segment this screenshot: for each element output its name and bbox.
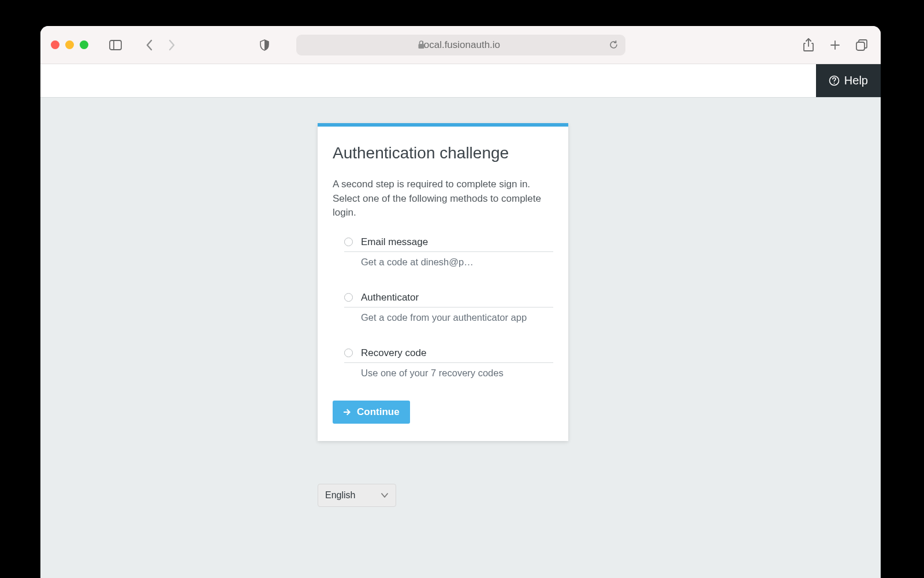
method-email: Email message Get a code at dinesh@p… [333,235,553,268]
method-recovery-sub: Use one of your 7 recovery codes [361,368,553,379]
svg-rect-0 [110,40,121,50]
help-icon [829,75,840,86]
method-recovery: Recovery code Use one of your 7 recovery… [333,346,553,379]
minimize-window-button[interactable] [65,40,74,49]
help-label: Help [844,74,868,87]
page-content: Authentication challenge A second step i… [40,98,881,578]
language-selected: English [325,490,355,501]
browser-toolbar: local.fusionauth.io [40,26,881,64]
sidebar-toggle-icon[interactable] [107,36,124,54]
radio-email[interactable] [344,238,353,246]
address-bar[interactable]: local.fusionauth.io [296,35,625,55]
method-authenticator: Authenticator Get a code from your authe… [333,291,553,323]
svg-rect-2 [419,44,424,49]
arrow-right-icon [343,408,351,416]
method-authenticator-label[interactable]: Authenticator [361,291,553,305]
app-header: Help [40,64,881,98]
card-description: A second step is required to complete si… [333,177,553,220]
lock-icon [418,40,425,49]
continue-label: Continue [357,406,400,418]
radio-recovery[interactable] [344,349,353,357]
svg-rect-6 [856,42,865,50]
browser-window: local.fusionauth.io [40,26,881,578]
language-select[interactable]: English [318,484,396,507]
window-controls [51,40,88,49]
auth-challenge-card: Authentication challenge A second step i… [318,123,568,441]
chevron-down-icon [381,492,389,498]
shield-icon[interactable] [256,36,273,54]
new-tab-icon[interactable] [826,36,844,54]
back-button[interactable] [140,36,158,54]
method-recovery-label[interactable]: Recovery code [361,346,553,360]
close-window-button[interactable] [51,40,59,49]
reload-icon[interactable] [609,40,619,50]
radio-authenticator[interactable] [344,293,353,302]
method-email-label[interactable]: Email message [361,235,553,249]
method-email-sub: Get a code at dinesh@p… [361,257,553,268]
tabs-overview-icon[interactable] [853,36,870,54]
share-icon[interactable] [800,36,817,54]
method-authenticator-sub: Get a code from your authenticator app [361,312,553,323]
help-button[interactable]: Help [816,64,881,97]
card-title: Authentication challenge [333,144,553,162]
maximize-window-button[interactable] [80,40,88,49]
continue-button[interactable]: Continue [333,401,410,424]
address-bar-text: local.fusionauth.io [422,39,500,51]
svg-point-8 [833,83,834,84]
forward-button[interactable] [163,36,181,54]
